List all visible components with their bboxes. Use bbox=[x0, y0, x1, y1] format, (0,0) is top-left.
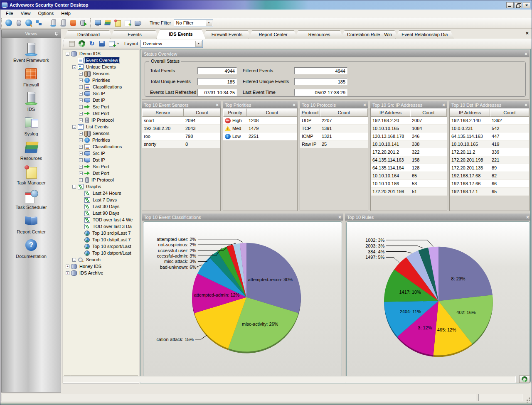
expand-toggle-icon[interactable]: + bbox=[79, 79, 83, 82]
tree-item-tod-over-last-3-da[interactable]: TOD over last 3 Da bbox=[64, 223, 138, 230]
sidebar-item-report-center[interactable]: Report Center bbox=[2, 214, 61, 234]
time-filter-select[interactable]: No Filter ▼ bbox=[174, 19, 213, 27]
expand-toggle-icon[interactable]: + bbox=[79, 85, 83, 89]
tree-item-sensors[interactable]: +Sensors bbox=[64, 70, 138, 77]
tree-item-list-events[interactable]: -List Events bbox=[64, 123, 138, 130]
expand-toggle-icon[interactable]: + bbox=[79, 92, 83, 96]
column-header-count[interactable]: Count bbox=[410, 108, 447, 117]
expand-toggle-icon[interactable]: + bbox=[79, 178, 83, 182]
expand-toggle-icon[interactable]: + bbox=[79, 118, 83, 122]
column-header-priority[interactable]: Priority bbox=[223, 108, 247, 117]
sidebar-item-task-scheduler[interactable]: Task Scheduler bbox=[2, 190, 61, 210]
table-row[interactable]: 192.168.2.202043 bbox=[142, 125, 220, 133]
tree-item-search[interactable]: -Search bbox=[64, 256, 138, 263]
expand-toggle-icon[interactable]: + bbox=[79, 72, 83, 76]
tab-dashboard[interactable]: Dashboard bbox=[64, 30, 113, 39]
tree-item-top-10-dstport-last[interactable]: Top 10 dstport/Last bbox=[64, 250, 138, 256]
tab-events[interactable]: Events bbox=[110, 30, 159, 39]
close-icon[interactable]: × bbox=[525, 102, 527, 108]
column-header-protocol[interactable]: Protocol bbox=[300, 108, 320, 117]
refresh-icon[interactable] bbox=[88, 40, 96, 47]
table-row[interactable]: roo798 bbox=[142, 133, 220, 140]
table-row[interactable]: UDP2207 bbox=[300, 117, 368, 125]
table-row[interactable]: 192.168.17.165 bbox=[450, 188, 529, 196]
table-row[interactable]: snorty8 bbox=[142, 140, 220, 148]
expand-toggle-icon[interactable]: - bbox=[66, 52, 69, 56]
sidebar-item-ids[interactable]: IDS bbox=[2, 92, 61, 112]
column-header-count[interactable]: Count bbox=[247, 108, 297, 117]
tree-item-ip-protocol[interactable]: +IP Protocol bbox=[64, 177, 138, 183]
tree-item-top-10-srcport-last[interactable]: Top 10 srcport/Last bbox=[64, 243, 138, 250]
resize-grip[interactable] bbox=[525, 394, 530, 401]
tree-item-dst-ip[interactable]: +Dst IP bbox=[64, 157, 138, 163]
menu-help[interactable]: Help bbox=[57, 10, 74, 17]
tree-item-classifications[interactable]: +Classifications bbox=[64, 83, 138, 90]
column-header-count[interactable]: Count bbox=[320, 108, 368, 117]
tree-item-ids-archive[interactable]: +IDS Archive bbox=[64, 270, 138, 276]
monitor-icon[interactable] bbox=[94, 19, 101, 27]
table-row[interactable]: Raw IP25 bbox=[300, 140, 368, 148]
tree-item-src-ip[interactable]: +Src IP bbox=[64, 150, 138, 157]
close-icon[interactable]: × bbox=[523, 2, 530, 8]
expand-toggle-icon[interactable]: - bbox=[72, 125, 76, 129]
tree-item-unique-events[interactable]: -Unique Events bbox=[64, 64, 138, 70]
tree-item-priorities[interactable]: +Priorities bbox=[64, 137, 138, 143]
tab-firewall-events[interactable]: Firewall Events bbox=[202, 30, 251, 39]
tree-item-tod-over-last-4-we[interactable]: TOD over last 4 We bbox=[64, 216, 138, 223]
table-row[interactable]: Low2251 bbox=[223, 133, 297, 140]
sidebar-item-resources[interactable]: Resources bbox=[2, 141, 61, 161]
expand-toggle-icon[interactable]: + bbox=[79, 172, 83, 175]
tree-item-dst-port[interactable]: +Dst Port bbox=[64, 170, 138, 177]
tree-item-src-ip[interactable]: +Src IP bbox=[64, 90, 138, 97]
globe-icon[interactable] bbox=[5, 19, 12, 27]
pin-icon[interactable] bbox=[55, 32, 59, 35]
column-header-count[interactable]: Count bbox=[184, 108, 220, 117]
table-row[interactable]: 172.20.201.2322 bbox=[371, 148, 447, 156]
expand-toggle-icon[interactable]: + bbox=[79, 132, 83, 135]
expand-toggle-icon[interactable]: + bbox=[66, 265, 69, 268]
save-icon[interactable] bbox=[98, 40, 106, 47]
tree-item-priorities[interactable]: +Priorities bbox=[64, 77, 138, 83]
expand-toggle-icon[interactable]: + bbox=[66, 271, 69, 275]
tree-item-last-24-hours[interactable]: Last 24 Hours bbox=[64, 190, 138, 196]
tree-item-graphs[interactable]: -Graphs bbox=[64, 183, 138, 190]
search-icon[interactable] bbox=[25, 19, 32, 27]
expand-toggle-icon[interactable]: + bbox=[79, 98, 83, 102]
minimize-icon[interactable] bbox=[506, 2, 514, 8]
tab-resources[interactable]: Resources bbox=[295, 30, 344, 39]
server-a-icon[interactable] bbox=[49, 19, 57, 27]
close-icon[interactable]: × bbox=[216, 102, 219, 108]
tree-item-src-port[interactable]: +Src Port bbox=[64, 103, 138, 110]
tree-item-demo-ids[interactable]: -Demo IDS bbox=[64, 50, 138, 57]
table-row[interactable]: 192.168.2.1401392 bbox=[450, 117, 529, 125]
expand-toggle-icon[interactable]: + bbox=[79, 105, 83, 109]
column-header-ip-address[interactable]: IP Address bbox=[450, 108, 490, 117]
table-row[interactable]: 64.135.114.163447 bbox=[450, 133, 529, 140]
expand-toggle-icon[interactable]: + bbox=[79, 158, 83, 162]
table-row[interactable]: 10.10.10.141338 bbox=[371, 140, 447, 148]
expand-toggle-icon[interactable]: - bbox=[72, 185, 76, 189]
sidebar-item-documentation[interactable]: Documentation bbox=[2, 239, 61, 259]
tree-item-last-90-days[interactable]: Last 90 Days bbox=[64, 210, 138, 216]
tree-item-dst-ip[interactable]: +Dst IP bbox=[64, 97, 138, 103]
tree-item-sensors[interactable]: +Sensors bbox=[64, 130, 138, 137]
table-row[interactable]: Med1479 bbox=[223, 125, 297, 133]
close-icon[interactable]: × bbox=[526, 214, 529, 220]
close-icon[interactable]: × bbox=[525, 51, 527, 57]
dropdown-arrow-icon[interactable]: ▼ bbox=[206, 20, 212, 26]
table-row[interactable]: 192.168.17.6666 bbox=[450, 180, 529, 188]
sidebar-item-event-framework[interactable]: Event Framework bbox=[2, 43, 61, 63]
close-icon[interactable]: × bbox=[293, 102, 296, 108]
go-icon[interactable] bbox=[78, 40, 86, 47]
tree-item-src-port[interactable]: +Src Port bbox=[64, 163, 138, 170]
add-window-icon[interactable] bbox=[108, 40, 116, 47]
expand-toggle-icon[interactable]: + bbox=[79, 138, 83, 142]
layout-select[interactable]: Overview ▼ bbox=[140, 40, 203, 48]
table-row[interactable]: 172.20.11.2339 bbox=[450, 148, 529, 156]
mouse-icon[interactable] bbox=[15, 19, 22, 27]
table-row[interactable]: 10.10.10.1651084 bbox=[371, 125, 447, 133]
menu-file[interactable]: File bbox=[2, 10, 17, 17]
add-image-icon[interactable] bbox=[124, 19, 131, 27]
tab-report-center[interactable]: Report Center bbox=[249, 30, 298, 39]
expand-toggle-icon[interactable]: + bbox=[79, 152, 83, 155]
